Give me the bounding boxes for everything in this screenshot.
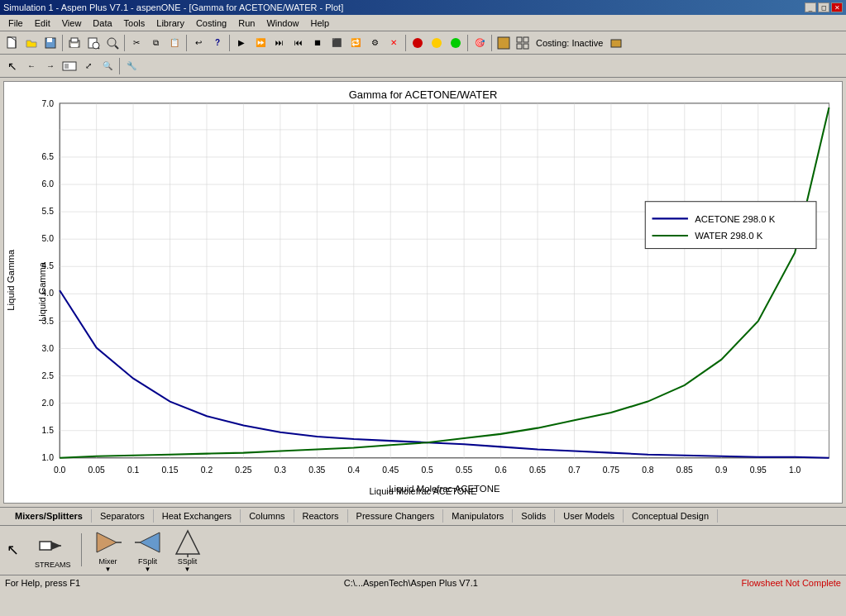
svg-text:6.5: 6.5 [42,152,55,161]
menu-run[interactable]: Run [233,17,260,29]
tb-run1[interactable]: ▶ [232,34,251,52]
tb-print-preview[interactable] [84,34,103,52]
svg-text:0.65: 0.65 [529,466,546,475]
tb2-icon1[interactable]: 🔧 [122,57,141,75]
tb-copy[interactable]: ⧉ [146,34,165,52]
tb-costing-icon[interactable] [495,34,513,52]
tab-heat-exchangers[interactable]: Heat Exchangers [154,509,241,523]
toolbar-sep3 [186,35,187,51]
status-right: Flowsheet Not Complete [742,578,841,588]
tab-solids[interactable]: Solids [513,509,555,523]
ssplit-item[interactable]: SSplit ▼ [171,528,204,573]
plot-container: Gamma for ACETONE/WATER Liquid Gamma Liq… [4,82,842,503]
svg-point-12 [108,38,116,46]
svg-text:0.4: 0.4 [348,466,361,475]
tab-separators[interactable]: Separators [92,509,154,523]
svg-rect-18 [517,37,522,42]
tb-s3[interactable]: ✕ [385,34,403,52]
tb-s1[interactable]: 🔁 [347,34,365,52]
toolbar-sep1 [62,35,63,51]
svg-text:0.55: 0.55 [456,466,472,475]
tb-zoom[interactable] [103,34,122,52]
minimize-button[interactable]: _ [805,2,816,12]
menu-costing[interactable]: Costing [191,17,232,29]
svg-text:0.45: 0.45 [382,466,399,475]
menu-window[interactable]: Window [261,17,304,29]
menu-file[interactable]: File [3,17,28,29]
menu-library[interactable]: Library [151,17,189,29]
tab-columns[interactable]: Columns [241,509,294,523]
title-bar-controls[interactable]: _ ◻ ✕ [805,2,843,12]
toolbar1: ✂ ⧉ 📋 ↩ ? ▶ ⏩ ⏭ ⏮ ⏹ ⬛ 🔁 ⚙ ✕ 🎯 Costing: I… [0,31,846,55]
svg-text:0.35: 0.35 [308,466,325,475]
svg-text:0.95: 0.95 [750,466,767,475]
tb-new[interactable] [3,34,22,52]
tb-help[interactable]: ? [208,34,227,52]
tb-print[interactable] [65,34,84,52]
fsplit-item[interactable]: FSplit ▼ [131,528,165,573]
svg-text:6.0: 6.0 [42,179,55,189]
menu-tools[interactable]: Tools [119,17,151,29]
tb-yellow-circle[interactable] [428,34,446,52]
tb-run4[interactable]: ⏮ [289,34,308,52]
svg-text:Liquid Gamma: Liquid Gamma [6,249,16,311]
tb-undo[interactable]: ↩ [189,34,208,52]
toolbar2: ↖ ← → ⤢ 🔍 🔧 [0,55,846,78]
svg-point-16 [451,38,461,48]
ssplit-label: SSplit [178,557,198,566]
menu-data[interactable]: Data [88,17,117,29]
tb-cut[interactable]: ✂ [127,34,146,52]
tab-user-models[interactable]: User Models [555,509,624,523]
tb2-back[interactable]: ← [22,57,41,75]
tb-paste[interactable]: 📋 [165,34,184,52]
tb-green-circle[interactable] [447,34,465,52]
svg-rect-25 [60,103,829,458]
tb-costing2[interactable] [607,34,625,52]
tb2-flowsheet[interactable] [60,57,79,75]
tb2-fit[interactable]: ⤢ [79,57,98,75]
menu-help[interactable]: Help [306,17,335,29]
menu-view[interactable]: View [57,17,87,29]
restore-button[interactable]: ◻ [818,2,829,12]
tb-target[interactable]: 🎯 [471,34,489,52]
fsplit-dropdown[interactable]: ▼ [145,566,151,573]
window-title: Simulation 1 - Aspen Plus V7.1 - aspenON… [3,2,343,12]
tab-mixers-splitters[interactable]: Mixers/Splitters [7,509,92,523]
ssplit-dropdown[interactable]: ▼ [184,566,191,573]
toolbar-sep2 [124,35,125,51]
toolbar-sep7 [491,35,492,51]
tb-step[interactable]: ⬛ [327,34,346,52]
tb-s2[interactable]: ⚙ [366,34,384,52]
tb-stop[interactable]: ⏹ [308,34,327,52]
status-bar: For Help, press F1 C:\...AspenTech\Aspen… [0,575,846,591]
tb-save[interactable] [41,34,60,52]
tb-grid-icon[interactable] [514,34,532,52]
tab-pressure-changers[interactable]: Pressure Changers [348,509,444,523]
tb2-cursor[interactable]: ↖ [3,57,22,75]
mixer-item[interactable]: Mixer ▼ [92,528,125,573]
cursor-arrow: ↖ [7,541,22,559]
svg-rect-17 [498,37,509,49]
svg-marker-106 [140,532,160,552]
title-bar: Simulation 1 - Aspen Plus V7.1 - aspenON… [0,0,846,15]
tb-run2[interactable]: ⏩ [251,34,270,52]
streams-item[interactable]: STREAMS [35,531,71,569]
svg-text:0.5: 0.5 [421,466,433,475]
tab-manipulators[interactable]: Manipulators [443,509,513,523]
tb-red-circle[interactable] [409,34,427,52]
svg-text:5.5: 5.5 [42,207,55,216]
svg-text:0.85: 0.85 [676,466,693,475]
tab-reactors[interactable]: Reactors [294,509,348,523]
tb-open[interactable] [22,34,41,52]
menu-edit[interactable]: Edit [30,17,55,29]
svg-rect-96 [645,202,816,249]
close-button[interactable]: ✕ [831,2,843,12]
tb2-zoom-in[interactable]: 🔍 [98,57,117,75]
svg-text:0.15: 0.15 [161,466,178,475]
toolbar-divider1 [81,533,82,566]
tb2-fwd[interactable]: → [41,57,60,75]
tb-run3[interactable]: ⏭ [270,34,289,52]
tab-conceptual-design[interactable]: Conceptual Design [624,509,718,523]
mixer-dropdown[interactable]: ▼ [105,566,112,573]
status-left: For Help, press F1 [5,578,80,588]
